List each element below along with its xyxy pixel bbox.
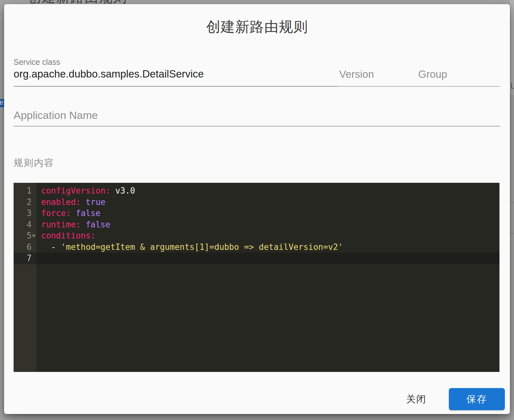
create-route-rule-dialog: 创建新路由规则 Service class org.apache.dubbo.s… <box>4 4 510 414</box>
line-number: 6 <box>14 242 36 253</box>
line-number: 3 <box>14 208 36 219</box>
rule-content-editor[interactable]: 1configVersion: v3.02enabled: true3force… <box>14 183 499 372</box>
editor-line-2[interactable]: 2enabled: true <box>14 197 499 208</box>
code-line-content: force: false <box>36 208 101 219</box>
background-row-divider <box>510 202 514 203</box>
line-number: 2 <box>14 197 36 208</box>
fold-chevron-down-icon[interactable] <box>32 235 36 238</box>
line-number: 1 <box>14 185 36 197</box>
background-page-title-fragment: 创建新路由规则 <box>28 0 205 4</box>
background-text-fragment: u <box>510 79 514 91</box>
editor-line-1[interactable]: 1configVersion: v3.0 <box>14 185 499 197</box>
version-input[interactable]: Version <box>339 68 374 80</box>
code-line-content: enabled: true <box>36 197 106 208</box>
close-button[interactable]: 关闭 <box>397 388 436 410</box>
service-class-input[interactable]: org.apache.dubbo.samples.DetailService <box>14 68 204 80</box>
rule-content-label: 规则内容 <box>14 157 54 170</box>
application-name-underline <box>14 126 500 127</box>
editor-line-5[interactable]: 5conditions: <box>14 230 499 242</box>
editor-line-4[interactable]: 4runtime: false <box>14 219 499 231</box>
line-number: 4 <box>14 219 36 231</box>
line-number: 5 <box>14 230 36 242</box>
dialog-title: 创建新路由规则 <box>4 17 510 36</box>
background-page-title-text: 创建新路由规则 <box>28 0 205 4</box>
background-row-divider <box>510 233 514 234</box>
background-button-text: ne <box>0 99 3 106</box>
save-button[interactable]: 保存 <box>449 388 505 410</box>
application-name-input[interactable]: Application Name <box>14 109 98 121</box>
service-class-label: Service class <box>14 58 60 67</box>
code-line-content: configVersion: v3.0 <box>36 185 135 197</box>
code-line-content: conditions: <box>36 230 95 242</box>
background-button-fragment: ne <box>0 99 4 107</box>
background-page-edge: u <box>510 0 514 420</box>
line-number: 7 <box>14 253 36 264</box>
editor-lines: 1configVersion: v3.02enabled: true3force… <box>14 185 499 264</box>
service-class-underline <box>14 86 337 87</box>
code-line-content: - 'method=getItem & arguments[1]=dubbo =… <box>36 242 343 253</box>
editor-line-7[interactable]: 7 <box>14 253 499 264</box>
version-group-underline <box>337 86 500 87</box>
editor-line-6[interactable]: 6 - 'method=getItem & arguments[1]=dubbo… <box>14 242 499 253</box>
code-line-content: runtime: false <box>36 219 110 231</box>
code-line-content <box>36 253 41 264</box>
group-input[interactable]: Group <box>418 68 447 80</box>
editor-line-3[interactable]: 3force: false <box>14 208 499 219</box>
